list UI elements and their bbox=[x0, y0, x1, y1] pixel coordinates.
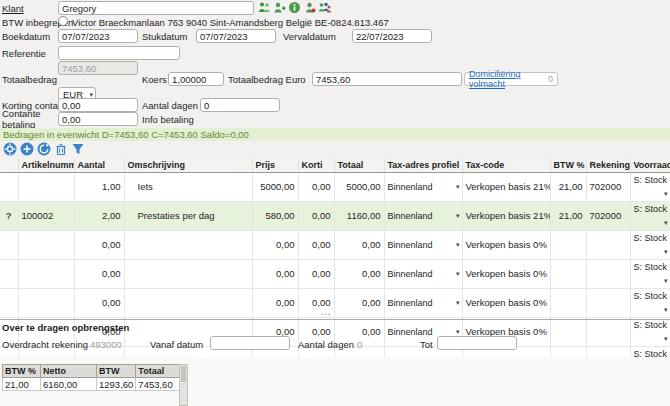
aantal-cell[interactable]: 0,00 bbox=[74, 230, 124, 259]
rekening-cell[interactable] bbox=[586, 230, 630, 259]
voorraad-dropdown[interactable]: S: Stock▾ bbox=[630, 172, 670, 201]
btw-pct-cell[interactable]: 21,00 bbox=[550, 201, 586, 230]
korting-cell[interactable]: 0,00 bbox=[298, 201, 334, 230]
artikelnummer-cell[interactable]: 100002 bbox=[18, 201, 74, 230]
vat-scrollbar[interactable] bbox=[179, 364, 188, 406]
omschrijving-cell[interactable]: Iets bbox=[124, 172, 252, 201]
omschrijving-cell[interactable]: Prestaties per dag bbox=[124, 201, 252, 230]
users-icon[interactable] bbox=[258, 1, 271, 14]
btw-inbegrepen-radio[interactable] bbox=[58, 16, 68, 26]
info-icon[interactable] bbox=[288, 1, 301, 14]
omschrijving-cell[interactable] bbox=[124, 288, 252, 317]
tax-code-cell[interactable]: Verkopen basis 21% bbox=[462, 172, 550, 201]
settings-icon[interactable] bbox=[3, 142, 17, 156]
stukdatum-input[interactable] bbox=[196, 29, 276, 43]
aantal-cell[interactable]: 1,00 bbox=[74, 172, 124, 201]
artikelnummer-cell[interactable] bbox=[18, 288, 74, 317]
col-aantal: Aantal bbox=[74, 159, 124, 172]
btw-pct-cell[interactable]: 21,00 bbox=[550, 172, 586, 201]
prijs-cell[interactable]: 5000,00 bbox=[252, 172, 298, 201]
rekening-cell[interactable] bbox=[586, 259, 630, 288]
tot-input[interactable] bbox=[437, 336, 517, 350]
prijs-cell[interactable]: 580,00 bbox=[252, 201, 298, 230]
tax-code-cell[interactable]: Verkopen basis 21% bbox=[462, 201, 550, 230]
voorraad-dropdown[interactable]: S: Stock▾ bbox=[630, 201, 670, 230]
prijs-cell[interactable]: 0,00 bbox=[252, 230, 298, 259]
korting-contant-input[interactable] bbox=[58, 98, 138, 112]
totaal-cell[interactable]: 0,00 bbox=[334, 288, 384, 317]
rekening-cell[interactable]: 702000 bbox=[586, 201, 630, 230]
korting-cell[interactable]: 0,00 bbox=[298, 172, 334, 201]
voorraad-dropdown[interactable]: S: Stock▾ bbox=[630, 317, 670, 346]
referentie-input[interactable] bbox=[58, 46, 180, 60]
row-help-cell[interactable] bbox=[0, 259, 18, 288]
user-add-icon[interactable] bbox=[273, 1, 286, 14]
btw-pct-cell[interactable] bbox=[550, 230, 586, 259]
tax-adres-dropdown[interactable]: Binnenland▾ bbox=[384, 172, 462, 201]
tax-code-cell[interactable]: Verkopen basis 0% bbox=[462, 259, 550, 288]
tax-code-cell[interactable]: Verkopen basis 0% bbox=[462, 230, 550, 259]
aantal-cell[interactable]: 0,00 bbox=[74, 259, 124, 288]
add-row-icon[interactable] bbox=[20, 142, 34, 156]
tax-adres-dropdown[interactable]: Binnenland▾ bbox=[384, 230, 462, 259]
korting-cell[interactable]: 0,00 bbox=[298, 230, 334, 259]
totaal-cell[interactable]: 0,00 bbox=[334, 259, 384, 288]
table-row[interactable]: 0,00 0,00 0,00 0,00 Binnenland▾ Verkopen… bbox=[0, 259, 670, 288]
aantal-cell[interactable]: 0,00 bbox=[74, 288, 124, 317]
boekdatum-input[interactable] bbox=[58, 29, 138, 43]
prijs-cell[interactable]: 0,00 bbox=[252, 259, 298, 288]
aantal-dagen-input[interactable] bbox=[200, 98, 280, 112]
koers-input[interactable] bbox=[168, 72, 224, 86]
refresh-icon[interactable] bbox=[37, 142, 51, 156]
totaal-cell[interactable]: 0,00 bbox=[334, 230, 384, 259]
table-row[interactable]: ? 100002 2,00 Prestaties per dag 580,00 … bbox=[0, 201, 670, 230]
prijs-cell[interactable]: 0,00 bbox=[252, 288, 298, 317]
splitter-handle[interactable]: … bbox=[320, 305, 333, 317]
klant-link[interactable]: Klant bbox=[2, 3, 24, 14]
rekening-cell[interactable]: 702000 bbox=[586, 172, 630, 201]
row-help-cell[interactable] bbox=[0, 288, 18, 317]
tot-label: Tot bbox=[420, 339, 433, 350]
artikelnummer-cell[interactable] bbox=[18, 230, 74, 259]
table-row[interactable]: 0,00 0,00 0,00 0,00 Binnenland▾ Verkopen… bbox=[0, 230, 670, 259]
team-icon[interactable] bbox=[318, 1, 331, 14]
vervaldatum-input[interactable] bbox=[352, 29, 432, 43]
col-totaal: Totaal bbox=[334, 159, 384, 172]
artikelnummer-cell[interactable] bbox=[18, 172, 74, 201]
voorraad-dropdown[interactable]: S: Stock▾ bbox=[630, 230, 670, 259]
aantal-cell[interactable]: 2,00 bbox=[74, 201, 124, 230]
btw-pct-cell[interactable] bbox=[550, 259, 586, 288]
filter-icon[interactable] bbox=[71, 142, 85, 156]
vat-col-totaal: Totaal bbox=[136, 365, 180, 378]
rekening-cell[interactable] bbox=[586, 317, 630, 346]
totaalbedrag-euro-input[interactable] bbox=[312, 72, 462, 86]
tax-code-cell[interactable]: Verkopen basis 0% bbox=[462, 288, 550, 317]
rekening-cell[interactable] bbox=[586, 288, 630, 317]
voorraad-dropdown[interactable]: S: Stock▾ bbox=[630, 288, 670, 317]
user-icon[interactable] bbox=[303, 1, 316, 14]
btw-pct-cell[interactable] bbox=[550, 288, 586, 317]
table-row[interactable]: 0,00 0,00 0,00 0,00 Binnenland▾ Verkopen… bbox=[0, 288, 670, 317]
trash-icon[interactable] bbox=[54, 142, 68, 156]
totaal-cell[interactable]: 5000,00 bbox=[334, 172, 384, 201]
contante-betaling-input[interactable] bbox=[58, 112, 138, 126]
btw-pct-cell[interactable] bbox=[550, 317, 586, 346]
vat-btw-pct-value: 21,00 bbox=[3, 378, 41, 391]
omschrijving-cell[interactable] bbox=[124, 259, 252, 288]
row-help-cell[interactable] bbox=[0, 230, 18, 259]
col-korting: Korti bbox=[298, 159, 334, 172]
totaal-cell[interactable]: 1160,00 bbox=[334, 201, 384, 230]
domiciliering-link[interactable]: Domiciliëring volmacht bbox=[469, 69, 548, 89]
row-help-cell[interactable] bbox=[0, 172, 18, 201]
klant-input[interactable] bbox=[58, 1, 254, 15]
table-row[interactable]: 1,00 Iets 5000,00 0,00 5000,00 Binnenlan… bbox=[0, 172, 670, 201]
korting-cell[interactable]: 0,00 bbox=[298, 259, 334, 288]
artikelnummer-cell[interactable] bbox=[18, 259, 74, 288]
voorraad-dropdown[interactable]: S: Stock▾ bbox=[630, 259, 670, 288]
row-help-cell[interactable]: ? bbox=[0, 201, 18, 230]
omschrijving-cell[interactable] bbox=[124, 230, 252, 259]
vanaf-datum-input[interactable] bbox=[210, 336, 290, 350]
tax-adres-dropdown[interactable]: Binnenland▾ bbox=[384, 259, 462, 288]
tax-adres-dropdown[interactable]: Binnenland▾ bbox=[384, 201, 462, 230]
tax-adres-dropdown[interactable]: Binnenland▾ bbox=[384, 288, 462, 317]
